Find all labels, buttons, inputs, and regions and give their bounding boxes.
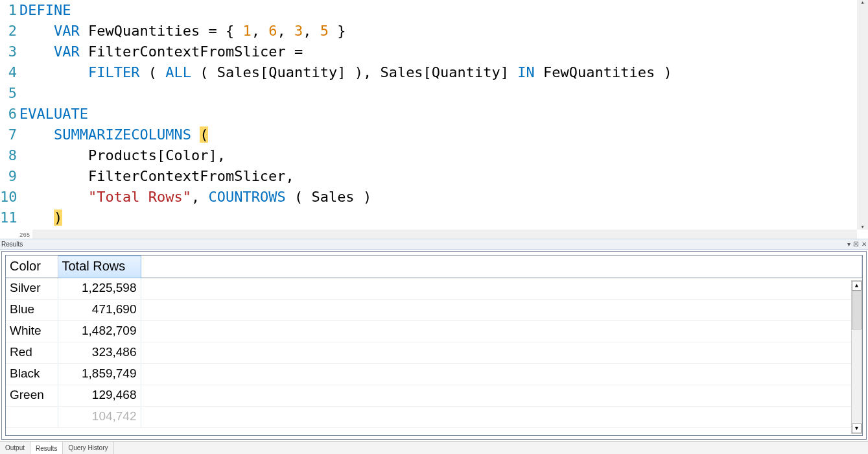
op-equals: = <box>208 23 217 39</box>
string-literal: "Total Rows" <box>88 189 191 205</box>
table-row[interactable]: Red323,486 <box>6 342 862 364</box>
panel-dropdown-icon[interactable]: ▾ <box>847 241 850 248</box>
keyword-all: ALL <box>165 64 191 80</box>
cell-color: White <box>6 321 58 342</box>
comma: , <box>217 147 226 163</box>
keyword-filter: FILTER <box>88 64 139 80</box>
column-ref: Sales[Quantity] <box>217 64 346 80</box>
brace-close: } <box>337 23 346 39</box>
paren-close: ) <box>363 189 371 205</box>
brace-open: { <box>226 23 234 39</box>
keyword-in: IN <box>517 64 535 80</box>
column-ref: Products[Color] <box>88 147 217 163</box>
number: 3 <box>294 23 303 39</box>
paren-close: ) <box>355 64 363 80</box>
line-number: 8 <box>0 145 17 166</box>
cell-color: Blue <box>6 300 58 321</box>
table-row[interactable]: White1,482,709 <box>6 321 862 342</box>
keyword-var: VAR <box>54 43 80 60</box>
identifier: Sales <box>311 189 354 205</box>
table-row[interactable]: Green129,468 <box>6 385 862 407</box>
results-panel-header: Results ▾ ☒ ✕ <box>0 239 868 250</box>
paren-open: ( <box>294 189 303 205</box>
keyword-evaluate: EVALUATE <box>19 106 88 122</box>
line-number: 6 <box>0 104 17 125</box>
tab-query-history[interactable]: Query History <box>63 442 113 454</box>
comma: , <box>363 64 371 80</box>
code-content[interactable]: DEFINE VAR FewQuantities = { 1, 6, 3, 5 … <box>19 0 868 239</box>
line-number: 3 <box>0 42 17 62</box>
cell-color <box>6 407 58 428</box>
line-number: 1 <box>0 0 17 21</box>
cell-color: Green <box>6 385 58 407</box>
table-row[interactable]: Black1,859,749 <box>6 364 862 385</box>
scroll-up-icon[interactable]: ▲ <box>861 0 863 5</box>
scroll-thumb[interactable] <box>852 291 862 329</box>
paren-open: ( <box>148 64 157 80</box>
bottom-tab-bar: Output Results Query History <box>0 441 868 454</box>
results-panel: Color Total Rows Silver1,225,598 Blue471… <box>1 251 867 440</box>
matched-paren-open: ( <box>200 126 208 143</box>
cell-total: 1,859,749 <box>58 364 141 385</box>
identifier: FilterContextFromSlicer <box>88 168 286 184</box>
identifier: FilterContextFromSlicer <box>88 43 286 60</box>
keyword-var: VAR <box>54 23 80 39</box>
identifier: FewQuantities <box>543 64 655 80</box>
table-row[interactable]: 104,742 <box>6 407 862 428</box>
cell-total: 323,486 <box>58 342 141 364</box>
op-equals: = <box>294 43 303 60</box>
paren-close: ) <box>664 64 672 80</box>
results-panel-title: Results <box>1 241 23 248</box>
line-number: 7 <box>0 125 17 145</box>
results-grid-container: Color Total Rows Silver1,225,598 Blue471… <box>5 255 863 436</box>
panel-pin-icon[interactable]: ☒ <box>853 241 859 248</box>
keyword-summarizecolumns: SUMMARIZECOLUMNS <box>54 126 191 143</box>
comma: , <box>191 189 200 205</box>
scroll-down-icon[interactable]: ▼ <box>861 224 863 230</box>
cell-total: 104,742 <box>58 407 141 428</box>
cell-total: 1,225,598 <box>58 278 141 300</box>
editor-horizontal-scrollbar[interactable] <box>32 230 857 239</box>
column-ref: Sales[Quantity] <box>380 64 509 80</box>
line-number: 9 <box>0 166 17 187</box>
keyword-define: DEFINE <box>19 2 71 18</box>
column-header-empty <box>141 256 862 278</box>
cell-color: Red <box>6 342 58 364</box>
editor-vertical-scrollbar[interactable]: ▲ ▼ <box>857 0 868 230</box>
cell-color: Silver <box>6 278 58 300</box>
results-grid[interactable]: Color Total Rows Silver1,225,598 Blue471… <box>6 256 862 428</box>
column-header-color[interactable]: Color <box>6 256 58 278</box>
comma: , <box>286 168 294 184</box>
line-number: 2 <box>0 21 17 42</box>
number: 1 <box>242 23 251 39</box>
comma: , <box>277 23 285 39</box>
comma: , <box>252 23 260 39</box>
number: 5 <box>320 23 329 39</box>
keyword-countrows: COUNTROWS <box>208 189 285 205</box>
results-vertical-scrollbar[interactable]: ▲ ▼ <box>851 280 862 434</box>
matched-paren-close: ) <box>54 209 62 226</box>
comma: , <box>303 23 311 39</box>
code-editor[interactable]: 1 2 3 4 5 6 7 8 9 10 11 DEFINE VAR FewQu… <box>0 0 868 239</box>
cell-total: 471,690 <box>58 300 141 321</box>
line-number: 11 <box>0 208 17 228</box>
paren-open: ( <box>200 64 208 80</box>
line-number: 10 <box>0 187 17 208</box>
scroll-up-button[interactable]: ▲ <box>852 281 862 291</box>
cell-color: Black <box>6 364 58 385</box>
identifier: FewQuantities <box>88 23 200 39</box>
panel-close-icon[interactable]: ✕ <box>862 241 867 248</box>
scroll-down-button[interactable]: ▼ <box>852 424 862 433</box>
line-number: 4 <box>0 62 17 83</box>
cell-total: 1,482,709 <box>58 321 141 342</box>
line-number: 5 <box>0 83 17 104</box>
tab-results[interactable]: Results <box>30 442 63 454</box>
column-header-total-rows[interactable]: Total Rows <box>58 256 141 278</box>
cell-total: 129,468 <box>58 385 141 407</box>
number: 6 <box>268 23 277 39</box>
table-row[interactable]: Silver1,225,598 <box>6 278 862 300</box>
line-number-gutter: 1 2 3 4 5 6 7 8 9 10 11 <box>0 0 19 239</box>
table-row[interactable]: Blue471,690 <box>6 300 862 321</box>
tab-output[interactable]: Output <box>0 442 30 454</box>
